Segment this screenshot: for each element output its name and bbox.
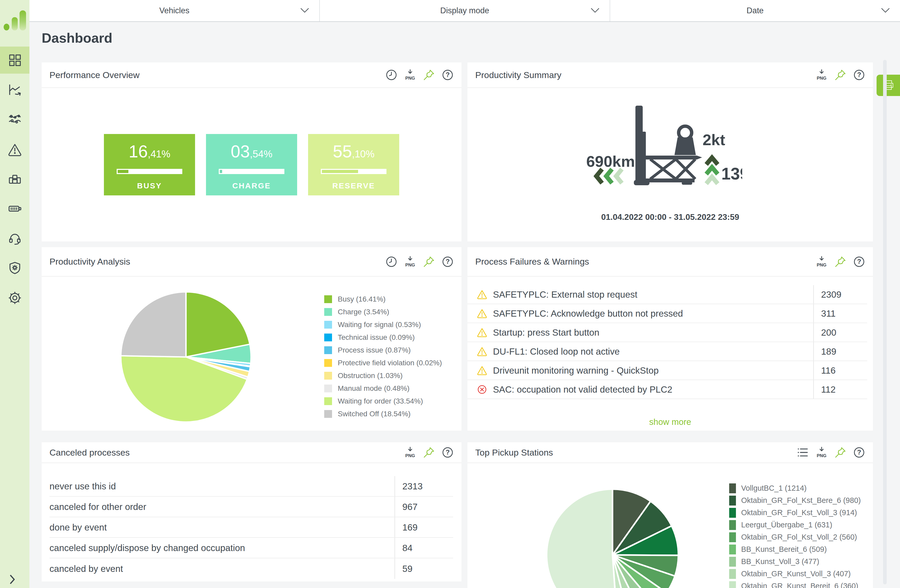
kpi-tile-charge: 03,54%CHARGE <box>206 134 297 195</box>
pin-icon[interactable] <box>423 446 435 458</box>
help-icon[interactable]: ? <box>853 69 865 81</box>
legend-label: Oktabin_GR_Kunst_Bereit_6 (360) <box>741 582 858 588</box>
row-value: 200 <box>813 323 867 342</box>
pin-icon[interactable] <box>423 69 435 81</box>
chart-legend: VollgutBC_1 (1214)Oktabin_GR_Fol_Kst_Ber… <box>729 482 861 588</box>
sidebar-item-settings[interactable] <box>0 285 29 311</box>
row-value: 2309 <box>813 285 867 303</box>
svg-text:PNG: PNG <box>405 262 415 268</box>
sidebar-item-battery[interactable] <box>0 195 29 222</box>
table-row: canceled by event59 <box>50 559 453 579</box>
row-value: 84 <box>394 538 453 558</box>
chevron-right-icon <box>8 574 17 585</box>
card-title: Performance Overview <box>50 70 140 80</box>
chart-legend: Busy (16.41%)Charge (3.54%)Waiting for s… <box>324 293 442 420</box>
table-row: DU-FL1: Closed loop not active189 <box>467 342 867 361</box>
battery-icon <box>8 201 22 216</box>
print-button[interactable] <box>877 75 900 96</box>
kpi-label: CHARGE <box>206 181 297 190</box>
card-productivity-analysis: Productivity Analysis PNG? Busy (16.41%)… <box>42 247 461 430</box>
sidebar-item-support[interactable] <box>0 225 29 252</box>
table-row: SAC: occupation not valid detected by PL… <box>467 380 867 399</box>
display-mode-dropdown[interactable]: Display mode <box>319 0 610 21</box>
clock-icon[interactable] <box>385 69 397 81</box>
row-value: 967 <box>394 497 453 517</box>
kpi-progress-bar <box>321 169 386 174</box>
pickup-pie-chart <box>545 479 680 588</box>
png-export-icon[interactable]: PNG <box>816 69 828 81</box>
png-export-icon[interactable]: PNG <box>816 256 828 268</box>
table-row: canceled supply/dispose by changed occup… <box>50 538 453 559</box>
card-body: VollgutBC_1 (1214)Oktabin_GR_Fol_Kst_Ber… <box>467 463 873 588</box>
legend-item: Busy (16.41%) <box>324 293 442 305</box>
legend-swatch <box>729 483 736 493</box>
warning-icon <box>477 289 487 300</box>
chevron-down-icon <box>300 6 309 15</box>
card-title: Top Pickup Stations <box>475 447 553 458</box>
legend-swatch <box>729 569 736 579</box>
legend-swatch <box>729 520 736 530</box>
vehicles-dropdown[interactable]: Vehicles <box>29 0 319 21</box>
load-units-icon <box>8 172 22 187</box>
support-icon <box>8 231 22 246</box>
legend-item: Oktabin_GR_Fol_Kst_Voll_3 (914) <box>729 507 861 519</box>
png-export-icon[interactable]: PNG <box>816 446 828 458</box>
analytics-icon <box>8 83 22 97</box>
legend-swatch <box>729 508 736 518</box>
show-more-link[interactable]: show more <box>467 417 873 427</box>
clock-icon[interactable] <box>385 256 397 268</box>
sidebar-item-process-flow[interactable] <box>0 106 29 133</box>
help-icon[interactable]: ? <box>853 256 865 268</box>
list-legend-icon[interactable] <box>797 446 809 458</box>
row-label: Driveunit monitoring warning - QuickStop <box>467 365 813 376</box>
vehicles-dropdown-label: Vehicles <box>159 6 189 15</box>
sidebar <box>0 0 29 588</box>
help-icon[interactable]: ? <box>442 69 454 81</box>
warning-icon <box>477 327 487 338</box>
row-value: 112 <box>813 380 867 399</box>
help-icon[interactable]: ? <box>853 446 865 458</box>
date-dropdown[interactable]: Date <box>610 0 900 21</box>
card-title: Process Failures & Warnings <box>475 257 589 267</box>
legend-swatch <box>729 581 736 588</box>
vertical-scrollbar[interactable] <box>883 60 887 584</box>
display-mode-dropdown-label: Display mode <box>441 6 489 15</box>
sidebar-item-safety[interactable] <box>0 254 29 282</box>
png-export-icon[interactable]: PNG <box>404 446 416 458</box>
pin-icon[interactable] <box>834 256 846 268</box>
card-header: Performance Overview PNG? <box>42 62 461 88</box>
sidebar-item-warnings[interactable] <box>0 136 29 163</box>
legend-label: VollgutBC_1 (1214) <box>741 484 807 492</box>
legend-label: Oktabin_GR_Kunst_Voll_3 (407) <box>741 569 851 578</box>
distance-value: 2690km <box>586 153 635 170</box>
pin-icon[interactable] <box>834 69 846 81</box>
process-flow-icon <box>8 112 22 127</box>
card-performance-overview: Performance Overview PNG? 16,41%BUSY03,5… <box>42 62 461 241</box>
card-title: Productivity Summary <box>475 70 562 80</box>
png-export-icon[interactable]: PNG <box>404 69 416 81</box>
page-title: Dashboard <box>42 30 113 46</box>
png-export-icon[interactable]: PNG <box>404 256 416 268</box>
sidebar-item-load-units[interactable] <box>0 166 29 193</box>
sidebar-item-dashboard[interactable] <box>0 46 29 74</box>
kpi-tile-busy: 16,41%BUSY <box>104 134 195 195</box>
help-icon[interactable]: ? <box>442 446 454 458</box>
svg-text:?: ? <box>857 449 861 456</box>
legend-item: Technical issue (0.09%) <box>324 331 442 344</box>
pin-icon[interactable] <box>834 446 846 458</box>
kpi-label: RESERVE <box>308 181 399 190</box>
card-header: Process Failures & Warnings PNG? <box>467 247 873 277</box>
card-productivity-summary: Productivity Summary PNG? <box>467 62 873 241</box>
help-icon[interactable]: ? <box>442 256 454 268</box>
period-label: 01.04.2022 00:00 - 31.05.2022 23:59 <box>467 212 873 222</box>
legend-label: Obstruction (1.03%) <box>338 371 403 380</box>
sidebar-item-analytics[interactable] <box>0 76 29 104</box>
legend-item: Process issue (0.87%) <box>324 344 442 356</box>
row-label: SAFETYPLC: Acknowledge button not presse… <box>467 308 813 319</box>
load-value: 2kt <box>703 131 725 149</box>
table-row: Startup: press Start button200 <box>467 323 867 342</box>
pin-icon[interactable] <box>423 256 435 268</box>
table-row: never use this id2313 <box>50 476 453 497</box>
sidebar-collapse-button[interactable] <box>0 571 29 588</box>
card-body: 2690km 2kt 13987 01.04.2022 00:00 - 31.0… <box>467 88 873 241</box>
